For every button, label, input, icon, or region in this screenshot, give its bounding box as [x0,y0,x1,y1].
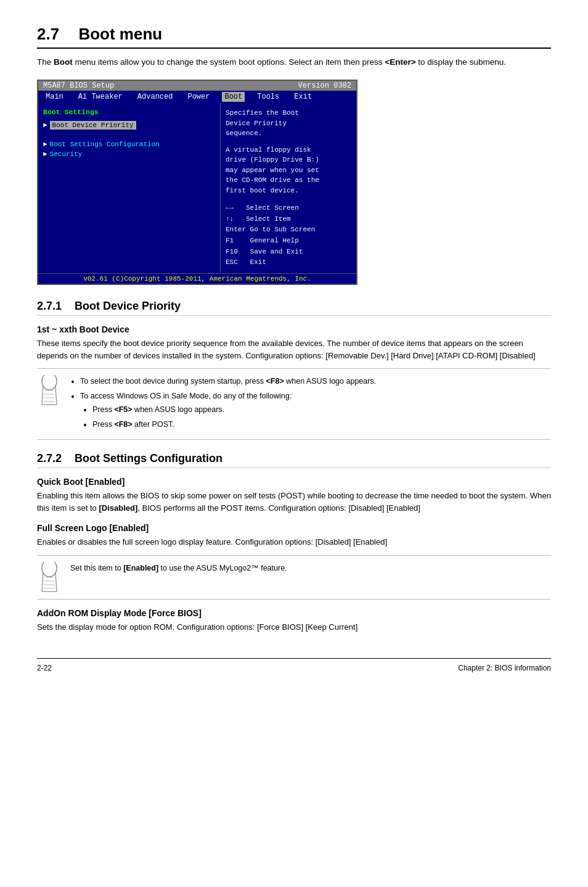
svg-point-0 [42,375,57,390]
full-screen-logo-body: Enables or disables the full screen logo… [37,536,551,548]
quick-boot-heading: Quick Boot [Enabled] [37,477,551,487]
bios-nav-help: ←→ Select Screen ↑↓ Select Item Enter Go… [226,203,351,268]
full-screen-logo-note-content: Set this item to [Enabled] to use the AS… [70,562,287,574]
menu-exit: Exit [292,92,314,102]
addon-rom-body: Sets the display mode for option ROM. Co… [37,621,551,633]
svg-line-10 [55,573,57,592]
bios-item-boot-device-priority: ► Boot Device Priority [43,121,215,130]
intro-paragraph: The Boot menu items allow you to change … [37,56,551,68]
note-item-safe-mode: To access Windows OS in Safe Mode, do an… [80,390,376,431]
full-screen-logo-heading: Full Screen Logo [Enabled] [37,523,551,533]
note-icon-pencil-2 [37,562,62,593]
bios-item-security: ► Security [43,151,215,158]
bios-desc1: Specifies the BootDevice Prioritysequenc… [226,108,351,139]
bios-item-boot-settings-config: ► Boot Settings Configuration [43,141,215,148]
note-enabled-label: [Enabled] [123,564,158,572]
menu-ai-tweaker: Ai Tweaker [76,92,125,102]
menu-tools: Tools [255,92,282,102]
bios-version: Version 0302 [298,81,351,90]
bios-desc2: A virtual floppy diskdrive (Floppy Drive… [226,145,351,196]
sub271-boot-device-heading: 1st ~ xxth Boot Device [37,324,551,334]
menu-main: Main [43,92,66,102]
bios-right-panel: Specifies the BootDevice Prioritysequenc… [221,103,356,273]
bios-menu-bar: Main Ai Tweaker Advanced Power Boot Tool… [38,91,356,103]
svg-line-9 [42,573,43,592]
bios-content: Boot Settings ► Boot Device Priority ► B… [38,103,356,273]
bios-left-panel: Boot Settings ► Boot Device Priority ► B… [38,103,221,273]
svg-point-8 [42,562,57,577]
bios-footer: v02.61 (C)Copyright 1985-2011, American … [38,273,356,284]
sub-section-272-title: 2.7.2 Boot Settings Configuration [37,452,551,468]
quick-boot-disabled: [Disabled] [99,503,137,513]
menu-boot: Boot [222,92,245,102]
bios-screen: M5A87 BIOS Setup Version 0302 Main Ai Tw… [37,80,357,285]
intro-bold2: <Enter> [385,57,415,67]
sub-section-271-title: 2.7.1 Boot Device Priority [37,300,551,316]
menu-power: Power [185,92,212,102]
bios-title: M5A87 BIOS Setup [43,81,114,90]
page-footer: 2-22 Chapter 2: BIOS information [37,658,551,672]
sub271-body-text: These items specify the boot device prio… [37,337,551,362]
menu-advanced: Advanced [135,92,176,102]
note-item-f8: To select the boot device during system … [80,375,376,387]
bios-highlighted-item: Boot Device Priority [50,121,136,130]
note-sub-f5: Press <F5> when ASUS logo appears. [92,403,376,416]
intro-bold: Boot [54,57,73,67]
footer-page-num: 2-22 [37,664,52,672]
svg-line-2 [55,386,57,405]
bios-boot-settings-header: Boot Settings [43,108,215,116]
full-screen-logo-note: Set this item to [Enabled] to use the AS… [37,555,551,600]
quick-boot-body: Enabling this item allows the BIOS to sk… [37,490,551,514]
footer-chapter-info: Chapter 2: BIOS information [458,664,551,672]
note-icon-pencil [37,375,62,406]
section-title: 2.7 Boot menu [37,25,551,49]
note-sub-f8: Press <F8> after POST. [92,418,376,431]
sub271-note-box: To select the boot device during system … [37,368,551,440]
addon-rom-heading: AddOn ROM Display Mode [Force BIOS] [37,608,551,618]
sub271-note-content: To select the boot device during system … [70,375,376,433]
svg-line-1 [42,386,43,405]
